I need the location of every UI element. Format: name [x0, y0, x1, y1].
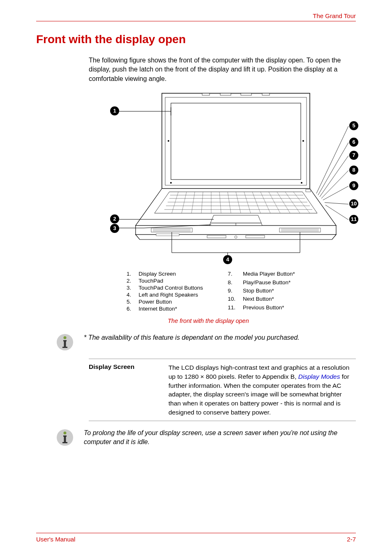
legend-num: 8.: [228, 279, 243, 288]
legend-num: 1.: [127, 271, 138, 278]
info-icon: [56, 428, 74, 447]
svg-point-10: [301, 182, 302, 184]
svg-point-7: [168, 140, 169, 142]
legend-num: 2.: [127, 278, 138, 285]
svg-point-70: [64, 336, 67, 339]
note-text: To prolong the life of your display scre…: [84, 428, 356, 446]
legend-text: Media Player Button*: [243, 271, 295, 279]
page-footer: User's Manual 2-7: [36, 533, 356, 543]
legend-num: 5.: [127, 299, 138, 306]
legend-text: TouchPad: [138, 278, 203, 285]
legend-text: Display Screen: [138, 271, 203, 278]
svg-line-67: [325, 203, 348, 204]
legend-num: 10.: [228, 296, 243, 304]
legend-text: Left and Right Speakers: [138, 292, 203, 299]
callout-8: 8: [349, 166, 358, 175]
svg-rect-6: [262, 93, 270, 95]
laptop-figure: 1 2 3 4 5 6 7 8 9 10 11: [96, 90, 356, 267]
note-screensaver: To prolong the life of your display scre…: [56, 428, 356, 447]
svg-rect-73: [62, 347, 67, 348]
legend-num: 3.: [127, 285, 138, 292]
svg-point-8: [302, 140, 304, 142]
svg-point-9: [170, 182, 172, 184]
svg-rect-49: [246, 235, 265, 238]
svg-rect-2: [171, 103, 301, 180]
note-text: * The availability of this feature is de…: [84, 333, 356, 342]
figure-legend: 1.Display Screen 2.TouchPad 3.TouchPad C…: [127, 271, 356, 313]
svg-point-50: [235, 236, 237, 238]
footer-right: 2-7: [347, 536, 356, 543]
callout-1: 1: [110, 106, 119, 115]
svg-line-64: [320, 156, 348, 197]
laptop-illustration: [96, 90, 359, 267]
callout-9: 9: [349, 181, 358, 190]
header-section-title: The Grand Tour: [36, 12, 356, 19]
svg-rect-72: [64, 340, 66, 348]
legend-num: 6.: [127, 306, 138, 313]
callout-2: 2: [110, 214, 119, 223]
legend-text: Power Button: [138, 299, 203, 306]
svg-line-66: [323, 186, 348, 200]
legend-text: Play/Pause Button*: [243, 279, 295, 288]
legend-num: 7.: [228, 271, 243, 279]
svg-line-63: [318, 143, 348, 195]
svg-rect-48: [207, 235, 226, 238]
legend-text: Stop Button*: [243, 288, 295, 296]
header-rule: [36, 21, 356, 21]
svg-rect-51: [156, 234, 179, 236]
callout-3: 3: [110, 224, 119, 233]
definition-display-screen: Display Screen The LCD displays high-con…: [89, 359, 356, 421]
svg-marker-35: [210, 215, 261, 223]
legend-num: 9.: [228, 288, 243, 296]
callout-10: 10: [349, 199, 358, 208]
svg-rect-38: [151, 228, 192, 232]
svg-rect-77: [64, 435, 66, 443]
legend-text: Internet Button*: [138, 306, 203, 313]
intro-paragraph: The following figure shows the front of …: [89, 56, 356, 83]
svg-rect-5: [241, 93, 251, 95]
legend-num: 11.: [228, 304, 243, 313]
legend-text: Next Button*: [243, 296, 295, 304]
figure-caption: The front with the display open: [61, 318, 356, 324]
svg-line-62: [316, 126, 348, 193]
link-display-modes[interactable]: Display Modes: [298, 373, 340, 380]
svg-point-75: [64, 432, 67, 435]
svg-rect-3: [202, 93, 210, 95]
callout-11: 11: [349, 215, 358, 224]
legend-text: Previous Button*: [243, 304, 295, 313]
note-availability: * The availability of this feature is de…: [56, 333, 356, 351]
legend-text: TouchPad Control Buttons: [138, 285, 203, 292]
footer-left: User's Manual: [36, 536, 75, 543]
info-icon: [56, 333, 74, 351]
callout-7: 7: [349, 151, 358, 160]
callout-4: 4: [223, 255, 232, 264]
svg-rect-4: [220, 93, 231, 95]
callout-5: 5: [349, 121, 358, 130]
svg-rect-39: [279, 228, 321, 232]
callout-6: 6: [349, 138, 358, 147]
legend-num: 4.: [127, 292, 138, 299]
page-heading: Front with the display open: [36, 33, 356, 46]
svg-rect-78: [62, 442, 67, 443]
definition-description: The LCD displays high-contrast text and …: [168, 363, 356, 417]
svg-rect-52: [306, 189, 311, 192]
definition-term: Display Screen: [89, 363, 168, 417]
